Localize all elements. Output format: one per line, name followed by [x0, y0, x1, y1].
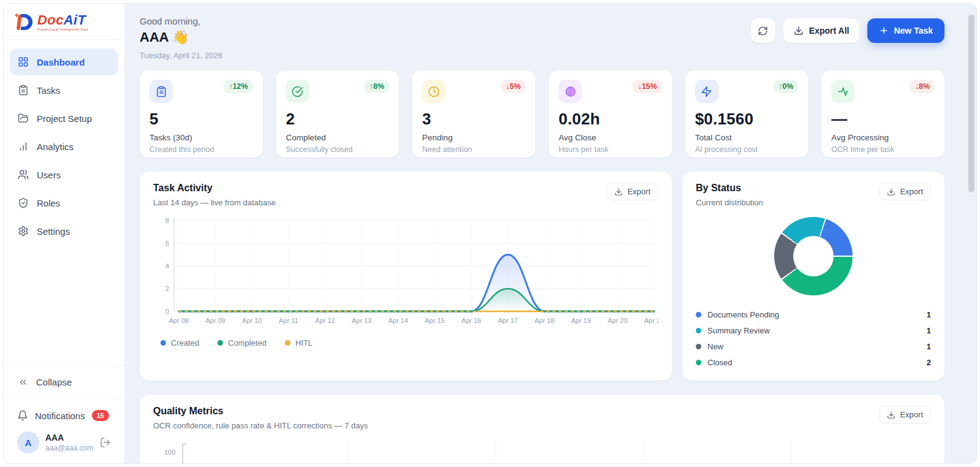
sidebar-item-dashboard[interactable]: Dashboard: [10, 48, 118, 75]
by-status-title: By Status: [696, 183, 763, 194]
scrollbar-track: [967, 4, 976, 463]
stats-row: ↑12% 5 Tasks (30d) Created this period ↑…: [140, 70, 944, 158]
stat-sublabel: OCR time per task: [831, 145, 935, 154]
svg-text:Apr 17: Apr 17: [498, 317, 518, 324]
stat-label: Avg Processing: [831, 133, 935, 142]
svg-text:Apr 08: Apr 08: [169, 317, 189, 324]
collapse-button[interactable]: Collapse: [4, 366, 124, 398]
legend-value: 1: [927, 326, 931, 335]
stat-sublabel: Successfully closed: [286, 145, 390, 154]
by-status-export-button[interactable]: Export: [879, 183, 931, 200]
sidebar-item-users[interactable]: Users: [10, 161, 118, 188]
sidebar-item-project-setup[interactable]: Project Setup: [10, 105, 118, 132]
sidebar-item-label: Roles: [37, 198, 60, 208]
shield-check-icon: [18, 197, 29, 208]
user-profile[interactable]: A AAA aaa@aaa.com: [11, 427, 117, 454]
stat-delta: ↑12%: [224, 80, 252, 93]
check-circle-icon: [286, 80, 309, 103]
refresh-button[interactable]: [751, 18, 775, 43]
logout-icon[interactable]: [100, 437, 111, 448]
app-window: DocAiT Processing & Intelligent AI Docs …: [3, 3, 977, 464]
sidebar-item-roles[interactable]: Roles: [10, 189, 118, 216]
legend-dot: [696, 328, 701, 333]
quality-metrics-card: Quality Metrics OCR confidence, rule pas…: [140, 395, 944, 464]
stat-delta: ↓8%: [910, 80, 935, 93]
sidebar-item-tasks[interactable]: Tasks: [10, 77, 118, 104]
brand-name: DocAiT: [37, 13, 89, 27]
legend-dot: [696, 312, 701, 317]
task-activity-legend: Created Completed HITL: [153, 338, 658, 347]
by-status-card: By Status Current distribution Export Do…: [682, 172, 944, 381]
quality-metrics-export-button[interactable]: Export: [879, 406, 931, 423]
sidebar-item-label: Dashboard: [37, 57, 85, 67]
svg-text:Apr 10: Apr 10: [242, 317, 262, 324]
new-task-button[interactable]: New Task: [867, 18, 944, 43]
scrollbar-thumb[interactable]: [968, 15, 974, 192]
quality-metrics-subtitle: OCR confidence, rule pass rate & HITL co…: [153, 421, 368, 430]
stat-card-completed: ↑8% 2 Completed Successfully closed: [276, 70, 399, 158]
activity-pulse-icon: [831, 80, 854, 103]
task-activity-subtitle: Last 14 days — live from database: [153, 198, 276, 207]
sidebar: DocAiT Processing & Intelligent AI Docs …: [4, 4, 125, 463]
task-activity-export-button[interactable]: Export: [606, 183, 658, 200]
stat-value: 2: [286, 110, 390, 129]
stat-sublabel: Hours per task: [559, 145, 662, 154]
greeting-text: Good morning,: [140, 16, 222, 26]
svg-text:Apr 15: Apr 15: [425, 317, 445, 324]
legend-dot-completed: [217, 340, 223, 346]
refresh-icon: [758, 26, 768, 36]
sidebar-item-label: Settings: [37, 226, 70, 237]
export-all-button[interactable]: Export All: [783, 18, 860, 43]
legend-value: 1: [927, 342, 931, 351]
gear-icon: [18, 226, 29, 237]
stat-card-total-cost: ↑0% $0.1560 Total Cost AI processing cos…: [685, 70, 809, 158]
stat-delta: ↓5%: [501, 80, 526, 93]
svg-text:Apr 12: Apr 12: [315, 317, 335, 324]
svg-text:Apr 20: Apr 20: [608, 317, 627, 324]
svg-text:Apr 21: Apr 21: [644, 317, 658, 324]
stat-label: Total Cost: [695, 133, 799, 142]
stat-label: Tasks (30d): [149, 133, 253, 142]
stat-sublabel: Created this period: [149, 145, 253, 154]
target-icon: [559, 80, 582, 103]
clock-icon: [422, 80, 445, 103]
legend-value: 2: [927, 358, 931, 367]
sidebar-item-settings[interactable]: Settings: [10, 218, 118, 245]
dashboard-grid-icon: [18, 56, 29, 67]
stat-value: 0.02h: [559, 110, 662, 129]
sidebar-nav: Dashboard Tasks Project Setup Analytics …: [4, 40, 124, 366]
stat-label: Avg Close: [559, 133, 662, 142]
clipboard-icon: [18, 85, 29, 96]
docait-logo-icon: [12, 11, 34, 33]
task-activity-title: Task Activity: [153, 183, 276, 194]
y-axis-line: [183, 444, 183, 464]
sidebar-item-analytics[interactable]: Analytics: [10, 133, 118, 160]
new-task-label: New Task: [894, 26, 933, 36]
folder-icon: [18, 113, 29, 124]
legend-label: New: [707, 342, 723, 351]
quality-metrics-title: Quality Metrics: [153, 406, 368, 417]
brand-doc: Doc: [37, 12, 64, 28]
legend-label: Closed: [707, 358, 732, 367]
plus-icon: [879, 26, 889, 36]
download-icon: [887, 188, 895, 196]
header-date: Tuesday, April 21, 2026: [140, 51, 222, 60]
svg-text:Apr 16: Apr 16: [461, 317, 481, 324]
app-logo: DocAiT Processing & Intelligent AI Docs: [4, 4, 124, 40]
brand-ait: AiT: [64, 12, 86, 28]
sidebar-item-label: Analytics: [37, 142, 74, 152]
svg-text:4: 4: [165, 262, 169, 270]
svg-text:Apr 13: Apr 13: [352, 317, 371, 324]
download-icon: [794, 26, 804, 36]
stat-sublabel: AI processing cost: [695, 145, 799, 154]
notifications-badge: 15: [92, 410, 109, 421]
svg-text:8: 8: [165, 217, 169, 224]
page-header: Good morning, AAA 👋 Tuesday, April 21, 2…: [140, 16, 944, 60]
avatar: A: [17, 431, 39, 454]
notifications-button[interactable]: Notifications 15: [11, 404, 117, 427]
stat-label: Completed: [286, 133, 390, 142]
sidebar-item-label: Users: [37, 170, 61, 180]
stat-card-avg-close: ↓15% 0.02h Avg Close Hours per task: [549, 70, 672, 158]
task-activity-card: Task Activity Last 14 days — live from d…: [140, 172, 672, 381]
svg-text:Apr 19: Apr 19: [571, 317, 590, 324]
